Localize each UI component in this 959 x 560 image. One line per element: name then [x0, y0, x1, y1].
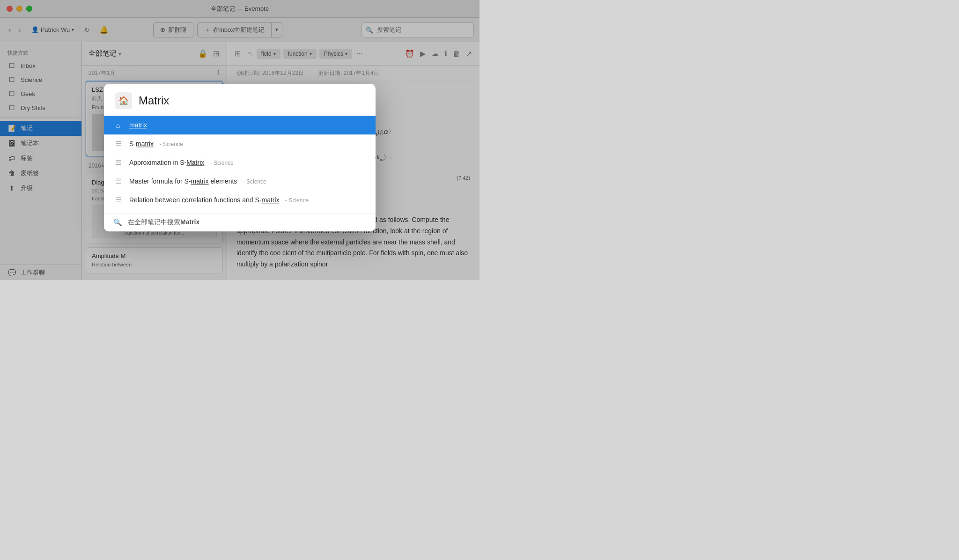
- search-query-text: Matrix: [139, 94, 169, 107]
- result-notebook-2: - Science: [160, 141, 183, 147]
- result-title-5: Relation between correlation functions a…: [129, 196, 280, 204]
- result-title-3: Approximation in S-Matrix: [129, 159, 204, 166]
- note-icon-3: ☰: [113, 158, 123, 167]
- search-footer-icon: 🔍: [113, 218, 122, 227]
- search-popup-header: 🏠 Matrix: [104, 84, 376, 116]
- search-result-s-matrix[interactable]: ☰ S-matrix - Science: [104, 134, 376, 153]
- result-text-1: matrix: [129, 121, 366, 129]
- note-icon-2: ☰: [113, 140, 123, 148]
- result-notebook-4: - Science: [243, 178, 266, 185]
- result-text-2: S-matrix - Science: [129, 140, 366, 148]
- result-title-4: Master formula for S-matrix elements: [129, 177, 237, 185]
- app-wrapper: 全部笔记 — Evernote ‹ › 👤 Patrick Wu ▾ ↻ 🔔 ⊕…: [0, 0, 480, 280]
- search-result-master[interactable]: ☰ Master formula for S-matrix elements -…: [104, 172, 376, 191]
- search-footer-text: 在全部笔记中搜索Matrix: [128, 218, 199, 227]
- result-text-3: Approximation in S-Matrix - Science: [129, 158, 366, 167]
- result-text-5: Relation between correlation functions a…: [129, 196, 366, 204]
- search-footer[interactable]: 🔍 在全部笔记中搜索Matrix: [104, 213, 376, 231]
- search-result-approx[interactable]: ☰ Approximation in S-Matrix - Science: [104, 153, 376, 172]
- search-popup: 🏠 Matrix ⌂ matrix ☰ S-matrix - Science: [104, 84, 376, 231]
- result-title-2: S-matrix: [129, 140, 154, 147]
- result-notebook-5: - Science: [285, 197, 309, 204]
- result-title-1: matrix: [129, 121, 147, 129]
- home-icon: 🏠: [118, 96, 129, 106]
- search-popup-results: ⌂ matrix ☰ S-matrix - Science ☰ Approxim…: [104, 116, 376, 213]
- note-icon-4: ☰: [113, 177, 123, 185]
- search-popup-icon: 🏠: [115, 92, 132, 109]
- note-icon-5: ☰: [113, 196, 123, 204]
- footer-bold: Matrix: [180, 218, 199, 226]
- result-text-4: Master formula for S-matrix elements - S…: [129, 177, 366, 185]
- footer-prefix: 在全部笔记中搜索: [128, 218, 180, 226]
- result-notebook-3: - Science: [210, 160, 234, 166]
- note-icon-1: ⌂: [113, 121, 123, 129]
- search-result-matrix[interactable]: ⌂ matrix: [104, 116, 376, 134]
- search-result-relation[interactable]: ☰ Relation between correlation functions…: [104, 191, 376, 209]
